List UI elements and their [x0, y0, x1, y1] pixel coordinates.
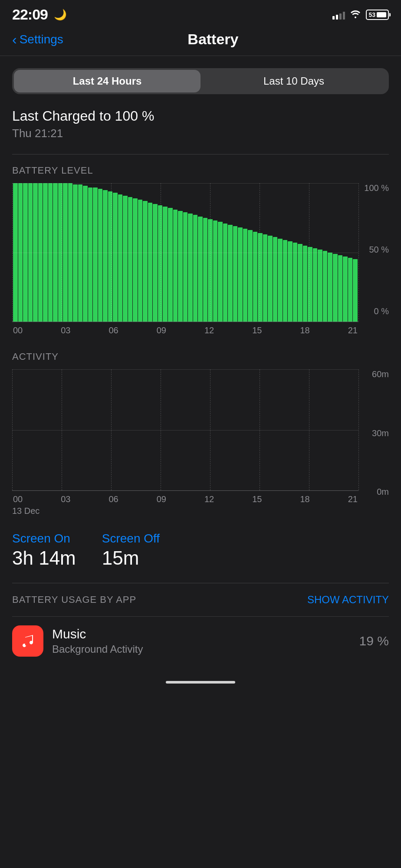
screen-stats: Screen On 3h 14m Screen Off 15m: [12, 532, 389, 569]
battery-bar: [348, 258, 353, 322]
battery-bar: [38, 183, 43, 322]
battery-bar: [213, 220, 218, 322]
page-title: Battery: [72, 31, 354, 48]
activity-chart-container: 00 03 06 09 12 15 18 21 13 Dec 60m 30m 0…: [12, 369, 389, 516]
segment-10d[interactable]: Last 10 Days: [200, 70, 387, 92]
battery-bar: [68, 183, 73, 322]
act-x-label-18: 18: [300, 494, 310, 504]
battery-bar: [153, 204, 158, 322]
charge-title: Last Charged to 100 %: [12, 108, 389, 124]
music-app-name: Music: [52, 627, 359, 641]
y-label-0: 0 %: [364, 306, 389, 316]
signal-bar-2: [336, 15, 338, 20]
battery-chart-area: 00 03 06 09 12 15 18 21: [12, 183, 358, 335]
grid-h-bot: [12, 322, 358, 322]
battery-bar: [23, 183, 28, 322]
battery-bar: [98, 189, 103, 322]
music-app-icon: [12, 625, 43, 657]
battery-bar: [243, 229, 248, 322]
charge-time: Thu 21:21: [12, 127, 389, 140]
battery-bar: [183, 212, 188, 322]
battery-bar: [338, 255, 343, 322]
act-x-label-06: 06: [109, 494, 118, 504]
app-row-music[interactable]: Music Background Activity 19 %: [12, 616, 389, 665]
battery-bar: [103, 190, 108, 322]
main-content: Last 24 Hours Last 10 Days Last Charged …: [0, 56, 401, 665]
battery-bar: [73, 184, 78, 322]
battery-bar: [223, 224, 228, 322]
battery-level-text: 53: [368, 11, 375, 18]
battery-bar: [58, 183, 63, 322]
status-time: 22:09: [12, 6, 48, 23]
show-activity-button[interactable]: SHOW ACTIVITY: [307, 594, 389, 606]
battery-bar: [118, 194, 123, 322]
battery-bar: [48, 183, 53, 322]
battery-y-axis: 100 % 50 % 0 %: [358, 183, 389, 335]
music-note-icon: [18, 631, 37, 651]
battery-x-axis: 00 03 06 09 12 15 18 21: [12, 322, 358, 335]
usage-header: BATTERY USAGE BY APP SHOW ACTIVITY: [12, 594, 389, 606]
back-button[interactable]: ‹ Settings: [12, 33, 63, 46]
battery-bar: [188, 214, 193, 322]
battery-bar: [138, 200, 143, 322]
chart-date: 13 Dec: [12, 506, 358, 516]
battery-bar: [163, 207, 168, 322]
act-x-label-15: 15: [252, 494, 262, 504]
back-label: Settings: [20, 33, 63, 46]
battery-bar: [33, 183, 38, 322]
charge-info: Last Charged to 100 % Thu 21:21: [12, 108, 389, 140]
battery-bar: [173, 210, 178, 322]
battery-bar: [43, 183, 48, 322]
music-app-sub: Background Activity: [52, 643, 359, 655]
battery-bar: [323, 251, 328, 322]
home-indicator: [0, 674, 401, 688]
act-x-label-21: 21: [348, 494, 358, 504]
segment-24h[interactable]: Last 24 Hours: [14, 70, 200, 92]
activity-chart-label: ACTIVITY: [12, 351, 389, 362]
battery-bar: [123, 196, 128, 322]
act-x-label-03: 03: [61, 494, 70, 504]
moon-icon: 🌙: [54, 9, 67, 21]
battery-bar: [233, 226, 238, 322]
battery-bar: [218, 222, 223, 322]
screen-on-value: 3h 14m: [12, 547, 76, 569]
activity-chart-section: ACTIVITY: [12, 351, 389, 516]
music-app-info: Music Background Activity: [52, 627, 359, 655]
battery-bar: [343, 256, 348, 322]
battery-bar: [333, 254, 338, 322]
battery-bar: [143, 201, 148, 322]
screen-on-stat: Screen On 3h 14m: [12, 532, 76, 569]
battery-level-chart: [12, 183, 358, 322]
act-grid-h-bot: [12, 490, 358, 491]
battery-bar: [113, 193, 118, 322]
battery-bar: [198, 217, 203, 322]
battery-bar: [298, 244, 302, 322]
battery-bar: [193, 215, 198, 322]
battery-bar: [258, 233, 263, 322]
y-label-50: 50 %: [364, 245, 389, 255]
status-left: 22:09 🌙: [12, 6, 67, 23]
battery-bar: [268, 236, 273, 322]
x-label-06: 06: [109, 326, 118, 335]
battery-chart-container: 00 03 06 09 12 15 18 21 100 % 50 % 0 %: [12, 183, 389, 335]
battery-bar: [318, 250, 322, 322]
battery-bar: [328, 253, 332, 322]
battery-bar: [353, 259, 358, 322]
activity-bars: [12, 369, 358, 490]
activity-chart-area: 00 03 06 09 12 15 18 21 13 Dec: [12, 369, 358, 516]
x-label-09: 09: [157, 326, 166, 335]
battery-bar: [308, 247, 312, 322]
act-x-label-09: 09: [157, 494, 166, 504]
segment-control[interactable]: Last 24 Hours Last 10 Days: [12, 68, 389, 94]
battery-bar: [273, 237, 278, 322]
x-label-21: 21: [348, 326, 358, 335]
x-label-12: 12: [204, 326, 214, 335]
battery-bars: [12, 183, 358, 322]
act-x-label-12: 12: [204, 494, 214, 504]
divider-2: [12, 583, 389, 583]
signal-bar-3: [339, 13, 342, 20]
wifi-icon: [349, 9, 362, 21]
battery-status-indicator: 53: [366, 10, 389, 20]
activity-y-axis: 60m 30m 0m: [358, 369, 389, 516]
battery-bar: [83, 186, 88, 322]
